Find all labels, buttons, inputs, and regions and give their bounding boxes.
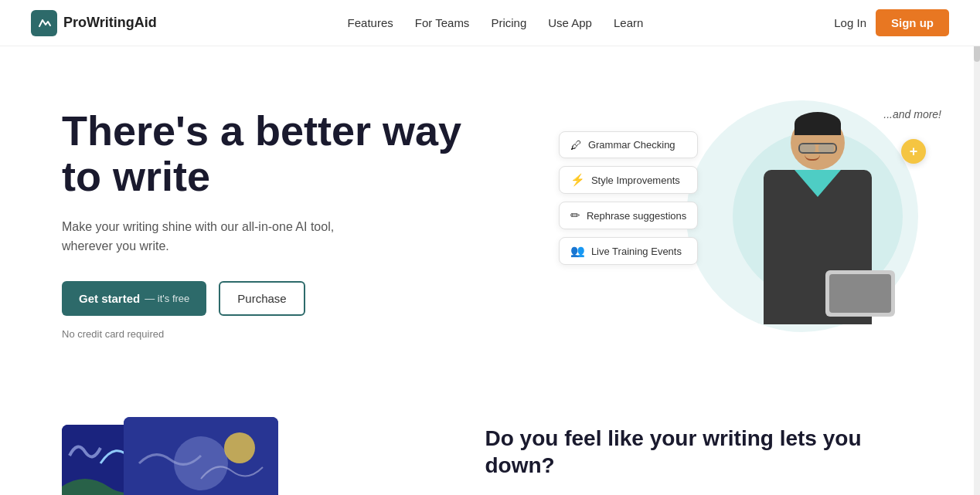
feature-card-training: 👥 Live Training Events xyxy=(559,237,698,265)
section2-title: Do you feel like your writing lets you d… xyxy=(485,425,918,479)
navbar: ProWritingAid Features For Teams Pricing… xyxy=(0,0,980,46)
painting-card-2 xyxy=(124,417,278,495)
logo-text: ProWritingAid xyxy=(63,15,157,31)
hero-subtitle: Make your writing shine with our all-in-… xyxy=(62,217,356,256)
get-started-button[interactable]: Get started — it's free xyxy=(62,281,206,316)
logo-icon xyxy=(31,10,57,36)
nav-pricing[interactable]: Pricing xyxy=(491,16,526,29)
glasses xyxy=(798,143,837,154)
lens-right xyxy=(818,144,834,152)
person-torso xyxy=(764,170,872,324)
hero-title: There's a better way to write xyxy=(62,108,464,200)
lens-left xyxy=(800,144,815,152)
hero-image: 🖊 Grammar Checking ⚡ Style Improvements … xyxy=(559,93,949,355)
section2-text: We know what it's like to feel the FEAR … xyxy=(485,491,918,495)
teal-collar xyxy=(795,170,841,197)
login-button[interactable]: Log In xyxy=(834,16,866,29)
nav-for-teams[interactable]: For Teams xyxy=(415,16,470,29)
grammar-icon: 🖊 xyxy=(570,138,582,151)
purchase-button[interactable]: Purchase xyxy=(219,281,305,316)
grammar-label: Grammar Checking xyxy=(588,139,675,151)
person-hair xyxy=(795,112,841,135)
svg-point-5 xyxy=(224,432,255,463)
person-body xyxy=(748,116,887,348)
no-card-text: No credit card required xyxy=(62,328,464,340)
hero-buttons: Get started — it's free Purchase xyxy=(62,281,464,316)
nav-learn[interactable]: Learn xyxy=(614,16,643,29)
nav-features[interactable]: Features xyxy=(348,16,393,29)
logo-link[interactable]: ProWritingAid xyxy=(31,10,157,36)
person-head xyxy=(791,116,845,170)
section2-content: Do you feel like your writing lets you d… xyxy=(485,417,918,495)
laptop xyxy=(825,270,895,317)
feature-card-style: ⚡ Style Improvements xyxy=(559,166,698,194)
scrollbar-track[interactable] xyxy=(974,0,980,495)
laptop-screen xyxy=(829,274,891,313)
painting2-svg xyxy=(124,417,278,495)
and-more-text: ...and more! xyxy=(883,108,941,120)
plus-badge: + xyxy=(901,139,926,164)
feature-card-rephrase: ✏ Rephrase suggestions xyxy=(559,202,698,229)
rephrase-label: Rephrase suggestions xyxy=(587,210,686,222)
person-illustration xyxy=(717,93,918,348)
hero-content: There's a better way to write Make your … xyxy=(62,108,464,340)
rephrase-icon: ✏ xyxy=(570,209,580,222)
person-smile xyxy=(805,154,820,161)
style-label: Style Improvements xyxy=(591,175,680,186)
training-icon: 👥 xyxy=(570,244,585,258)
style-icon: ⚡ xyxy=(570,173,585,187)
section2: My idea in my head Do you feel like your… xyxy=(0,386,980,495)
section2-image: My idea in my head xyxy=(62,417,439,495)
navbar-actions: Log In Sign up xyxy=(834,9,949,36)
get-started-label: Get started xyxy=(79,292,140,305)
nav-links: Features For Teams Pricing Use App Learn xyxy=(348,16,644,29)
feature-cards: 🖊 Grammar Checking ⚡ Style Improvements … xyxy=(559,131,698,265)
hero-section: There's a better way to write Make your … xyxy=(0,46,980,386)
feature-card-grammar: 🖊 Grammar Checking xyxy=(559,131,698,158)
nav-use-app[interactable]: Use App xyxy=(548,16,592,29)
signup-button[interactable]: Sign up xyxy=(876,9,949,36)
free-tag: — it's free xyxy=(145,293,189,304)
training-label: Live Training Events xyxy=(591,246,682,257)
